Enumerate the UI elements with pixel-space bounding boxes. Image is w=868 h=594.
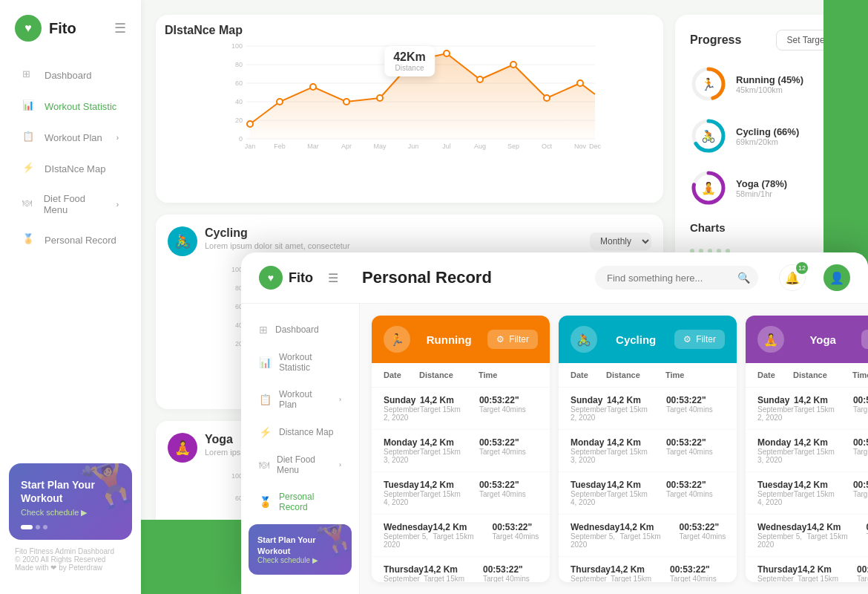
col-header-date: Date xyxy=(571,371,606,379)
row-date: September 2, 2020 xyxy=(384,405,420,422)
table-row: Wednesday September 5, 2020 14,2 Km Targ… xyxy=(559,515,737,557)
sidebar-item-workout-statistic[interactable]: 📊 Workout Statistic xyxy=(7,92,134,120)
chevron-right-icon: › xyxy=(116,134,119,142)
row-time-target: Target 40mins xyxy=(479,490,539,498)
table-row: Tuesday September 4, 2020 14,2 Km Target… xyxy=(746,472,868,515)
promo-dot-2 xyxy=(36,525,40,529)
svg-point-19 xyxy=(444,50,450,56)
svg-point-16 xyxy=(343,99,349,105)
row-date: September 4, 2020 xyxy=(384,490,420,506)
promo-dot-1 xyxy=(21,525,33,529)
row-date-cell: Wednesday September 5, 2020 xyxy=(571,522,619,549)
svg-text:Sep: Sep xyxy=(507,143,519,150)
promo-dot-3 xyxy=(43,525,47,529)
svg-text:Apr: Apr xyxy=(341,143,352,150)
copyright: © 2020 All Rights Reserved xyxy=(15,555,126,564)
menu-icon[interactable]: ☰ xyxy=(114,20,126,36)
row-time-target: Target 40mins xyxy=(679,532,737,541)
ov-personal-icon: 🏅 xyxy=(259,496,272,508)
overlay-nav-workout-plan[interactable]: 📋 Workout Plan › xyxy=(247,382,353,417)
user-avatar[interactable]: 👤 xyxy=(823,264,850,291)
logo-icon: ♥ xyxy=(15,15,42,42)
row-day: Thursday xyxy=(571,564,611,575)
cycling-period-select[interactable]: Monthly Weekly Daily xyxy=(590,232,651,250)
notification-badge: 12 xyxy=(796,262,808,274)
overlay-nav-personal-record[interactable]: 🏅 Personal Record xyxy=(247,484,353,520)
row-time-target: Target 40mins xyxy=(853,490,868,498)
row-distance-target: Target 15km xyxy=(424,575,483,582)
svg-text:Jan: Jan xyxy=(245,143,256,150)
col-header-date: Date xyxy=(384,371,419,379)
row-distance-cell: 14,2 Km Target 15km xyxy=(806,522,866,549)
running-filter-button[interactable]: ⚙ Filter xyxy=(487,330,538,349)
row-day: Sunday xyxy=(571,395,607,405)
overlay-nav-dashboard[interactable]: ⊞ Dashboard xyxy=(247,316,353,343)
row-date: September 2, 2020 xyxy=(757,405,794,422)
row-time-value: 00:53:22" xyxy=(853,395,868,405)
table-row: Sunday September 2, 2020 14,2 Km Target … xyxy=(372,388,550,430)
sidebar-promo: 🏋 Start Plan Your Workout Check schedule… xyxy=(9,463,132,540)
yoga-card-icon: 🧘 xyxy=(168,433,197,463)
progress-item-yoga: 🧘 Yoga (78%) 58min/1hr xyxy=(690,169,838,206)
row-date-cell: Thursday September 6, 2020 xyxy=(384,564,424,582)
overlay-body: ⊞ Dashboard 📊 Workout Statistic 📋 Workou… xyxy=(241,304,868,594)
sidebar-item-distance-map[interactable]: ⚡ DIstaNce Map xyxy=(7,154,134,183)
sidebar-item-diet-food-menu[interactable]: 🍽 Diet Food Menu › xyxy=(7,186,134,223)
sidebar-label-workout-plan: Workout Plan xyxy=(45,132,102,143)
row-time-cell: 00:53:22" Target 40mins xyxy=(492,522,550,549)
row-date: September 2, 2020 xyxy=(571,405,607,422)
row-date: September 6, 2020 xyxy=(571,575,611,582)
row-date-cell: Thursday September 6, 2020 xyxy=(571,564,611,582)
row-distance-cell: 14,2 Km Target 15km xyxy=(794,395,853,422)
overlay-search-bar[interactable]: 🔍 xyxy=(595,266,758,290)
svg-text:Jul: Jul xyxy=(442,143,451,150)
overlay-menu-icon[interactable]: ☰ xyxy=(328,271,338,285)
search-input[interactable] xyxy=(607,272,731,284)
row-time-value: 00:53:22" xyxy=(857,564,868,575)
row-distance-cell: 14,2 Km Target 15km xyxy=(619,522,679,549)
row-time-target: Target 40mins xyxy=(483,575,542,582)
progress-title: Progress xyxy=(690,33,741,47)
svg-text:40: 40 xyxy=(235,98,243,105)
col-header-time: Time xyxy=(852,371,868,379)
row-distance-value: 14,2 Km xyxy=(794,395,853,405)
app-tagline: Fito Fitness Admin Dashboard xyxy=(15,547,126,555)
sidebar-item-dashboard[interactable]: ⊞ Dashboard xyxy=(7,61,134,89)
row-distance-value: 14,2 Km xyxy=(607,437,666,448)
row-day: Tuesday xyxy=(571,480,607,490)
tooltip-label: Distance xyxy=(393,64,426,72)
notification-button[interactable]: 🔔 12 xyxy=(779,264,806,291)
row-distance-cell: 14,2 Km Target 15km xyxy=(420,480,479,506)
record-col-cycling: 🚴 Cycling ⚙ Filter DateDistanceTime Sund… xyxy=(559,316,737,582)
record-col-header-cycling: 🚴 Cycling ⚙ Filter xyxy=(559,316,737,363)
svg-point-22 xyxy=(544,95,550,101)
row-distance-cell: 14,2 Km Target 15km xyxy=(607,480,666,506)
cycling-filter-button[interactable]: ⚙ Filter xyxy=(674,330,725,349)
overlay-nav-distance-map[interactable]: ⚡ Distance Map xyxy=(247,419,353,446)
ov-arrow-1: › xyxy=(339,396,341,403)
row-time-cell: 00:53:22" Target 40mins xyxy=(666,437,726,464)
overlay-nav-workout-statistic[interactable]: 📊 Workout Statistic xyxy=(247,345,353,380)
svg-text:20: 20 xyxy=(235,117,243,124)
row-date: September 6, 2020 xyxy=(757,575,798,582)
table-row: Monday September 3, 2020 14,2 Km Target … xyxy=(559,430,737,472)
row-time-value: 00:53:22" xyxy=(679,522,737,532)
ov-diet-icon: 🍽 xyxy=(259,459,269,471)
row-distance-cell: 14,2 Km Target 15km xyxy=(607,437,666,464)
yoga-filter-button[interactable]: ⚙ Filter xyxy=(861,330,868,349)
row-time-value: 00:53:22" xyxy=(670,564,729,575)
table-row: Wednesday September 5, 2020 14,2 Km Targ… xyxy=(372,515,550,557)
row-distance-cell: 14,2 Km Target 15km xyxy=(420,395,479,422)
table-row: Thursday September 6, 2020 14,2 Km Targe… xyxy=(372,557,550,582)
row-date-cell: Monday September 3, 2020 xyxy=(384,437,420,464)
row-time-cell: 00:53:22" Target 40mins xyxy=(479,437,539,464)
row-date-cell: Tuesday September 4, 2020 xyxy=(571,480,607,506)
ov-personal-label: Personal Record xyxy=(279,492,341,512)
sidebar-item-workout-plan[interactable]: 📋 Workout Plan › xyxy=(7,123,134,151)
sidebar-item-personal-record[interactable]: 🏅 Personal Record xyxy=(7,226,134,254)
svg-text:100: 100 xyxy=(231,42,243,50)
personal-record-icon: 🏅 xyxy=(22,233,36,247)
row-distance-value: 14,2 Km xyxy=(433,522,492,532)
bell-icon: 🔔 xyxy=(785,271,800,285)
overlay-nav-diet-food[interactable]: 🍽 Diet Food Menu › xyxy=(247,447,353,483)
